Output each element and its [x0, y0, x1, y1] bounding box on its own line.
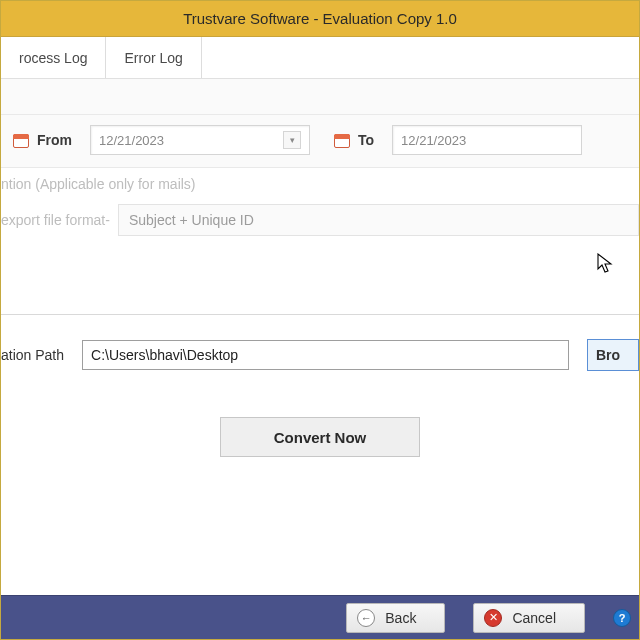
- format-select-value: Subject + Unique ID: [129, 212, 254, 228]
- to-label: To: [358, 132, 374, 148]
- format-select[interactable]: Subject + Unique ID: [118, 204, 639, 236]
- calendar-icon: [334, 132, 350, 148]
- cancel-button-label: Cancel: [512, 610, 556, 626]
- from-date-input[interactable]: 12/21/2023 ▾: [90, 125, 310, 155]
- date-range-row: From 12/21/2023 ▾ To 12/21/2023: [1, 115, 639, 168]
- tab-process-log[interactable]: rocess Log: [1, 37, 106, 78]
- convert-now-button[interactable]: Convert Now: [220, 417, 420, 457]
- back-arrow-icon: ←: [357, 609, 375, 627]
- naming-note-text: ntion (Applicable only for mails): [1, 176, 196, 192]
- tab-error-log-label: Error Log: [124, 50, 182, 66]
- calendar-icon: [13, 132, 29, 148]
- format-row: export file format- Subject + Unique ID: [1, 198, 639, 254]
- tabs-row: rocess Log Error Log: [1, 37, 639, 79]
- from-label: From: [37, 132, 72, 148]
- browse-button-label: Bro: [596, 347, 620, 363]
- cancel-button[interactable]: ✕ Cancel: [473, 603, 585, 633]
- main-panel: From 12/21/2023 ▾ To 12/21/2023 ntion (A…: [1, 79, 639, 595]
- convert-row: Convert Now: [1, 381, 639, 457]
- footer-toolbar: ← Back ✕ Cancel ?: [1, 595, 639, 639]
- path-row: ation Path Bro: [1, 315, 639, 381]
- to-date-value: 12/21/2023: [401, 133, 466, 148]
- convert-now-label: Convert Now: [274, 429, 367, 446]
- from-date-dropdown-icon[interactable]: ▾: [283, 131, 301, 149]
- browse-button[interactable]: Bro: [587, 339, 639, 371]
- format-label: export file format-: [1, 212, 110, 228]
- destination-path-input[interactable]: [82, 340, 569, 370]
- tab-process-log-label: rocess Log: [19, 50, 87, 66]
- back-button-label: Back: [385, 610, 416, 626]
- to-date-input[interactable]: 12/21/2023: [392, 125, 582, 155]
- destination-path-label: ation Path: [1, 347, 64, 363]
- naming-note: ntion (Applicable only for mails): [1, 168, 639, 198]
- tab-error-log[interactable]: Error Log: [106, 37, 201, 78]
- back-button[interactable]: ← Back: [346, 603, 445, 633]
- from-date-value: 12/21/2023: [99, 133, 164, 148]
- cancel-x-icon: ✕: [484, 609, 502, 627]
- blank-row: [1, 79, 639, 115]
- title-bar: Trustvare Software - Evaluation Copy 1.0: [1, 1, 639, 37]
- window-title: Trustvare Software - Evaluation Copy 1.0: [183, 10, 457, 27]
- help-icon[interactable]: ?: [613, 609, 631, 627]
